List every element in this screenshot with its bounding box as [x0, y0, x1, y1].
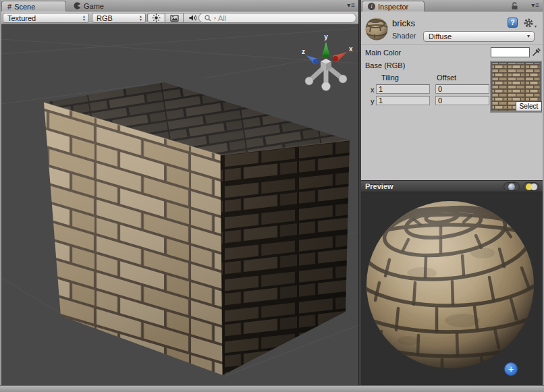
material-inspector: bricks Shader Diffuse ▾ ? ▾ Main Color: [361, 11, 543, 180]
channels-value: RGB: [97, 14, 113, 22]
search-mode-arrow-icon: ▾: [214, 16, 216, 20]
render-mode-value: Textured: [7, 14, 36, 22]
add-button[interactable]: +: [504, 362, 518, 376]
inspector-tabbar: i Inspector ▾≡: [361, 0, 543, 11]
help-icon[interactable]: ?: [508, 18, 518, 28]
context-menu-button[interactable]: ▾: [523, 18, 537, 28]
unity-editor-window: # Scene Game ▾≡ Textured ▲▼ RGB ▲: [0, 0, 544, 392]
base-texture-label: Base (RGB): [365, 61, 405, 69]
preview-mesh-button[interactable]: [504, 182, 520, 191]
preview-render: [361, 192, 543, 385]
scene-render: y x z: [1, 24, 358, 385]
gizmo-x-label: x: [349, 45, 353, 53]
offset-y-input[interactable]: [435, 96, 489, 105]
shader-dropdown[interactable]: Diffuse ▾: [423, 31, 535, 42]
tab-inspector[interactable]: i Inspector: [362, 1, 425, 11]
material-name: bricks: [392, 18, 415, 28]
select-texture-button[interactable]: Select: [516, 101, 542, 111]
scene-toolbar: Textured ▲▼ RGB ▲▼: [1, 11, 358, 24]
render-mode-dropdown[interactable]: Textured ▲▼: [3, 13, 89, 23]
main-color-label: Main Color: [365, 49, 401, 57]
updown-arrows-icon: ▲▼: [82, 15, 86, 22]
light-toggle-icon: [526, 184, 537, 190]
tiling-header: Tiling: [381, 74, 399, 82]
tab-game-label: Game: [84, 2, 104, 10]
lighting-toggle-button[interactable]: [147, 13, 165, 23]
preview-area[interactable]: +: [361, 192, 543, 385]
gizmo-y-label: y: [324, 33, 328, 40]
scene-search-field[interactable]: ▾ All: [198, 13, 356, 23]
preview-light-toggle[interactable]: [523, 182, 539, 191]
sun-icon: [152, 13, 161, 22]
shader-value: Diffuse: [429, 32, 452, 40]
info-icon: i: [368, 3, 375, 10]
dropdown-arrow-icon: ▾: [527, 33, 530, 39]
scene-panel-menu-icon[interactable]: ▾≡: [347, 1, 356, 9]
gear-icon: [523, 18, 534, 28]
eyedropper-icon[interactable]: [531, 47, 542, 57]
channels-dropdown[interactable]: RGB ▲▼: [92, 13, 146, 23]
speaker-icon: [188, 13, 197, 22]
inspector-panel: i Inspector ▾≡: [361, 0, 543, 385]
game-pacman-icon: [74, 2, 81, 9]
scene-tabbar: # Scene Game ▾≡: [1, 0, 358, 11]
preview-title: Preview: [365, 182, 393, 190]
tab-inspector-label: Inspector: [378, 3, 408, 11]
scene-toggle-group: [147, 13, 202, 23]
tab-scene[interactable]: # Scene: [1, 1, 66, 11]
tiling-y-input[interactable]: [376, 96, 430, 105]
image-icon: [170, 14, 179, 22]
updown-arrows-icon: ▲▼: [139, 15, 142, 22]
axis-y-label: y: [371, 97, 375, 105]
offset-header: Offset: [437, 74, 456, 82]
scene-viewport[interactable]: y x z: [1, 24, 358, 385]
search-icon: [204, 14, 212, 22]
offset-x-input[interactable]: [435, 84, 489, 94]
scene-panel: # Scene Game ▾≡ Textured ▲▼ RGB ▲: [1, 0, 358, 385]
search-text: All: [218, 14, 226, 22]
material-sphere-icon: [364, 16, 389, 42]
window-bottom-frame: [0, 385, 544, 392]
section-separator: [361, 44, 543, 45]
gizmo-z-label: z: [302, 48, 305, 55]
main-color-swatch[interactable]: [491, 47, 530, 57]
preview-header[interactable]: Preview: [361, 180, 543, 192]
tiling-x-input[interactable]: [376, 84, 430, 94]
tab-scene-label: Scene: [14, 3, 35, 11]
tab-game[interactable]: Game: [68, 0, 109, 11]
preview-sphere-icon: [508, 184, 515, 190]
axis-x-label: x: [371, 86, 375, 94]
plus-icon: +: [508, 364, 514, 374]
inspector-panel-menu-icon[interactable]: ▾≡: [531, 1, 540, 9]
lock-icon[interactable]: [511, 2, 518, 10]
shader-label: Shader: [392, 32, 416, 40]
scene-grid-icon: #: [7, 3, 11, 11]
skybox-toggle-button[interactable]: [165, 13, 184, 23]
gear-arrow-icon: ▾: [535, 24, 537, 28]
